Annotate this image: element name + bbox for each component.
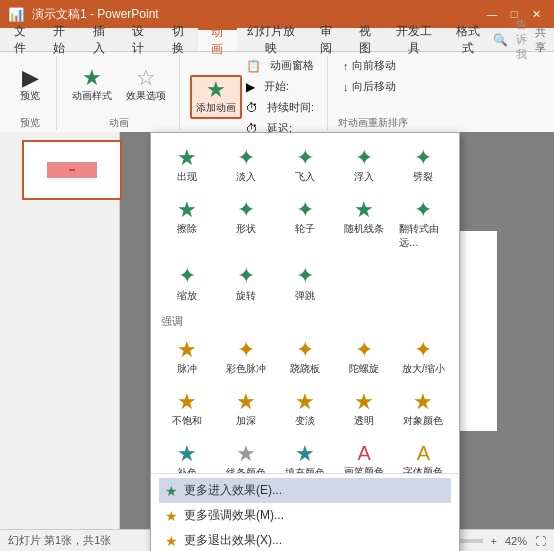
effect-label: 效果选项	[126, 89, 166, 103]
anim-shape[interactable]: ✦ 形状	[218, 193, 273, 255]
zoom-label: 缩放	[177, 289, 197, 303]
tab-slideshow[interactable]: 幻灯片放映	[237, 28, 306, 51]
minimize-button[interactable]: —	[482, 6, 502, 22]
anim-color-pulse[interactable]: ✦ 彩色脉冲	[218, 333, 273, 381]
emphasis-section-label: 强调	[159, 314, 451, 329]
anim-object-color[interactable]: ★ 对象颜色	[396, 385, 451, 433]
tab-animation[interactable]: 动画	[198, 28, 238, 51]
wheel-label: 轮子	[295, 222, 315, 236]
close-button[interactable]: ✕	[526, 6, 546, 22]
anim-rotate[interactable]: ✦ 旋转	[218, 259, 273, 307]
anim-desaturate[interactable]: ★ 不饱和	[159, 385, 214, 433]
anim-pulse[interactable]: ★ 脉冲	[159, 333, 214, 381]
tab-view[interactable]: 视图	[345, 28, 385, 51]
add-animation-items: ★ 添加动画 📋 动画窗格 ▶ 开始: ⏱ 持续时间: ⏱ 延迟:	[190, 56, 319, 138]
dropdown-scroll-area[interactable]: ★ 出现 ✦ 淡入 ✦ 飞入 ✦ 浮入 ✦ 劈裂	[151, 133, 459, 473]
move-forward-label: 向前移动	[352, 58, 396, 73]
fly-in-icon: ✦	[296, 146, 314, 170]
ribbon-group-add-animation: ★ 添加动画 📋 动画窗格 ▶ 开始: ⏱ 持续时间: ⏱ 延迟:	[182, 56, 328, 130]
anim-split[interactable]: ✦ 劈裂	[396, 141, 451, 189]
anim-fly-in[interactable]: ✦ 飞入	[277, 141, 332, 189]
grow-shrink-icon: ✦	[414, 338, 432, 362]
start-icon: ▶	[246, 80, 255, 94]
anim-grow-shrink[interactable]: ✦ 放大/缩小	[396, 333, 451, 381]
tab-insert[interactable]: 插入	[79, 28, 119, 51]
preview-button[interactable]: ▶ 预览	[12, 64, 48, 106]
move-forward-button[interactable]: ↑ 向前移动	[338, 56, 401, 75]
appear-icon: ★	[177, 146, 197, 170]
grow-shrink-label: 放大/缩小	[402, 362, 445, 376]
random-lines-icon: ★	[354, 198, 374, 222]
move-backward-button[interactable]: ↓ 向后移动	[338, 77, 401, 96]
anim-appear[interactable]: ★ 出现	[159, 141, 214, 189]
search-placeholder: 告诉我	[516, 17, 527, 62]
anim-bounce[interactable]: ✦ 弹跳	[277, 259, 332, 307]
dropdown-bottom-options: ★ 更多进入效果(E)... ★ 更多强调效果(M)... ★ 更多退出效果(X…	[151, 473, 459, 551]
pane-icon: 📋	[246, 59, 261, 73]
share-button[interactable]: 共享	[535, 25, 546, 55]
title-bar-controls: — □ ✕	[482, 6, 546, 22]
anim-float-in[interactable]: ✦ 浮入	[337, 141, 392, 189]
add-animation-button[interactable]: ★ 添加动画	[190, 75, 242, 119]
color-pulse-icon: ✦	[237, 338, 255, 362]
anim-fade-in[interactable]: ✦ 淡入	[218, 141, 273, 189]
tab-devtools[interactable]: 开发工具	[385, 28, 444, 51]
anim-line-color[interactable]: ★ 线条颜色	[218, 437, 273, 473]
more-emphasis-effects-button[interactable]: ★ 更多强调效果(M)...	[159, 503, 451, 528]
more-enter-effects-button[interactable]: ★ 更多进入效果(E)...	[159, 478, 451, 503]
preview-group-label: 预览	[12, 114, 48, 130]
tab-file[interactable]: 文件	[0, 28, 40, 51]
zoom-in-button[interactable]: +	[491, 535, 497, 547]
effect-options-button[interactable]: ☆ 效果选项	[121, 64, 171, 106]
animation-pane-button[interactable]: 动画窗格	[265, 56, 319, 75]
anim-wipe[interactable]: ★ 擦除	[159, 193, 214, 255]
fade-in-label: 淡入	[236, 170, 256, 184]
fit-to-window-button[interactable]: ⛶	[535, 535, 546, 547]
object-color-icon: ★	[413, 390, 433, 414]
lighten-icon: ★	[295, 390, 315, 414]
anim-complement[interactable]: ★ 补色	[159, 437, 214, 473]
animation-style-button[interactable]: ★ 动画样式	[67, 64, 117, 106]
anim-random-lines[interactable]: ★ 随机线条	[337, 193, 392, 255]
font-color-icon: A	[417, 442, 430, 465]
anim-wheel[interactable]: ✦ 轮子	[277, 193, 332, 255]
slide-thumbnail[interactable]	[22, 140, 122, 200]
add-animation-icon: ★	[206, 79, 226, 101]
anim-brush-color[interactable]: A 画笔颜色	[337, 437, 392, 473]
tab-format[interactable]: 格式式	[444, 28, 493, 51]
flip-far-icon: ✦	[414, 198, 432, 222]
up-arrow-icon: ↑	[343, 60, 349, 72]
add-animation-label: 添加动画	[196, 101, 236, 115]
app-logo: 📊	[8, 7, 24, 22]
tab-review[interactable]: 审阅	[306, 28, 346, 51]
start-button[interactable]: 开始:	[259, 77, 294, 96]
reorder-group-label: 对动画重新排序	[338, 114, 408, 130]
animation-style-label: 动画样式	[72, 89, 112, 103]
enter-animations-grid: ★ 出现 ✦ 淡入 ✦ 飞入 ✦ 浮入 ✦ 劈裂	[159, 141, 451, 308]
zoom-level: 42%	[505, 535, 527, 547]
more-enter-label: 更多进入效果(E)...	[184, 482, 282, 499]
anim-font-color[interactable]: A 字体颜色	[396, 437, 451, 473]
anim-spin[interactable]: ✦ 陀螺旋	[337, 333, 392, 381]
more-emphasis-icon: ★	[165, 508, 178, 524]
fade-in-icon: ✦	[237, 146, 255, 170]
tab-design[interactable]: 设计	[119, 28, 159, 51]
anim-fill-color[interactable]: ★ 填充颜色	[277, 437, 332, 473]
wipe-label: 擦除	[177, 222, 197, 236]
anim-lighten[interactable]: ★ 变淡	[277, 385, 332, 433]
animation-dropdown-panel: ★ 出现 ✦ 淡入 ✦ 飞入 ✦ 浮入 ✦ 劈裂	[150, 132, 460, 551]
fly-in-label: 飞入	[295, 170, 315, 184]
tab-home[interactable]: 开始	[40, 28, 80, 51]
pulse-label: 脉冲	[177, 362, 197, 376]
more-enter-icon: ★	[165, 483, 178, 499]
anim-zoom[interactable]: ✦ 缩放	[159, 259, 214, 307]
darken-icon: ★	[236, 390, 256, 414]
anim-transparent[interactable]: ★ 透明	[337, 385, 392, 433]
duration-button[interactable]: 持续时间:	[262, 98, 319, 117]
anim-darken[interactable]: ★ 加深	[218, 385, 273, 433]
more-exit-effects-button[interactable]: ★ 更多退出效果(X)...	[159, 528, 451, 551]
anim-teeter[interactable]: ✦ 跷跷板	[277, 333, 332, 381]
anim-flip-far[interactable]: ✦ 翻转式由远…	[396, 193, 451, 255]
animation-group-label: 动画	[67, 114, 171, 130]
tab-switch[interactable]: 切换	[158, 28, 198, 51]
